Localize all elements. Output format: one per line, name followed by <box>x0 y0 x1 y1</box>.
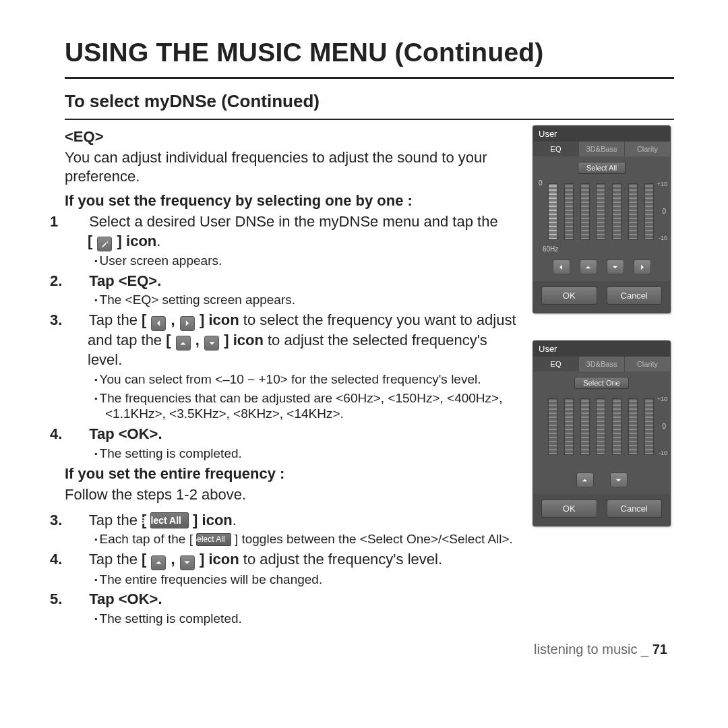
bracket: [ <box>88 233 92 249</box>
tab-eq[interactable]: EQ <box>533 357 579 371</box>
eq-scale-label: 0 <box>539 179 543 187</box>
eq-band[interactable] <box>564 398 574 455</box>
footer-text: listening to music _ <box>534 642 653 657</box>
comma: , <box>171 551 175 568</box>
bracket: [ <box>142 311 146 328</box>
device-arrow-row <box>533 255 670 281</box>
device-arrow-row <box>533 468 670 494</box>
step-a4: 4. Tap <OK>. <box>88 425 524 444</box>
ok-button[interactable]: OK <box>541 286 597 305</box>
sub-b5: The setting is completed. <box>105 611 524 627</box>
select-one-button[interactable]: Select One <box>574 377 628 389</box>
section-heading: To select myDNSe (Continued) <box>65 91 674 120</box>
sub-a4: The setting is completed. <box>105 446 524 462</box>
page-footer: listening to music _ 71 <box>65 642 674 657</box>
step-text: Tap the <box>89 512 142 528</box>
step-text: Tap the <box>89 311 142 328</box>
eq-band[interactable] <box>580 183 590 240</box>
cancel-button[interactable]: Cancel <box>607 499 663 518</box>
select-all-chip: Select All <box>196 533 231 546</box>
pencil-icon <box>97 237 112 251</box>
bracket: [ <box>166 332 171 348</box>
device-title: User <box>533 341 670 357</box>
eq-band[interactable] <box>596 183 605 240</box>
step-text: Tap <EQ>. <box>89 272 161 289</box>
step-a1: 1 Select a desired User DNSe in the myDN… <box>88 212 524 251</box>
step-b3: 3. Tap the [ Select All ] icon. <box>88 511 524 530</box>
eq-band[interactable] <box>564 183 574 240</box>
bracket: [ <box>142 551 146 568</box>
eq-band[interactable] <box>612 183 621 240</box>
step-b4: 4. Tap the [ , ] icon to adjust the freq… <box>88 550 524 570</box>
step-number: 2. <box>69 272 85 291</box>
branch-b-follow: Follow the steps 1-2 above. <box>65 485 524 504</box>
sub-b4: The entire frequencies will be changed. <box>105 572 524 588</box>
eq-band[interactable] <box>628 398 638 455</box>
sub-b3: Each tap of the [ Select All ] toggles b… <box>105 531 524 547</box>
eq-sliders[interactable]: +10 0 -10 <box>533 393 670 459</box>
sub-a3-2: The frequencies that can be adjusted are… <box>105 390 524 423</box>
step-number: 3. <box>69 311 85 330</box>
period: . <box>156 233 160 249</box>
sub-a1: User screen appears. <box>105 253 524 269</box>
eq-band[interactable] <box>596 398 605 455</box>
step-number: 3. <box>69 511 85 530</box>
eq-scale-label: +10 <box>657 181 667 187</box>
chevron-down-icon <box>180 555 195 570</box>
tab-clarity[interactable]: Clarity <box>625 142 670 156</box>
arrow-left-button[interactable] <box>553 260 570 274</box>
chevron-up-icon <box>151 555 166 570</box>
bracket: ] <box>200 551 204 568</box>
sub-a2: The <EQ> setting screen appears. <box>105 292 524 308</box>
step-text: Tap <OK>. <box>89 425 162 442</box>
step-text: to adjust the frequency's level. <box>243 551 442 568</box>
branch-a-heading: If you set the frequency by selecting on… <box>65 192 524 210</box>
select-all-button[interactable]: Select All <box>578 162 626 174</box>
arrow-down-button[interactable] <box>607 260 624 274</box>
arrow-right-button[interactable] <box>634 260 651 274</box>
tab-eq[interactable]: EQ <box>533 142 579 156</box>
bracket: ] <box>224 332 229 348</box>
comma: , <box>171 311 175 328</box>
step-number: 4. <box>69 425 85 444</box>
icon-word: icon <box>126 233 156 249</box>
chevron-down-icon <box>204 336 219 351</box>
comma: , <box>195 332 200 348</box>
chevron-left-icon <box>151 316 166 331</box>
tab-3dbass[interactable]: 3D&Bass <box>579 142 625 156</box>
step-a2: 2. Tap <EQ>. <box>88 272 524 291</box>
period: . <box>233 512 237 528</box>
icon-word: icon <box>208 311 239 328</box>
cancel-button[interactable]: Cancel <box>607 286 663 305</box>
select-all-chip: Select All <box>150 512 189 528</box>
device-tabs: EQ 3D&Bass Clarity <box>533 357 670 371</box>
eq-band[interactable] <box>612 398 621 455</box>
bracket: ] <box>117 233 122 249</box>
arrow-down-button[interactable] <box>610 473 628 487</box>
icon-word: icon <box>202 512 233 528</box>
device-screenshot-2: User EQ 3D&Bass Clarity Select One +10 0… <box>533 340 671 526</box>
bracket: ] <box>193 512 198 528</box>
step-text: Tap <OK>. <box>89 590 162 607</box>
eq-scale-label: 0 <box>662 423 666 430</box>
step-text: Select a desired User DNSe in the myDNSe… <box>89 213 498 230</box>
eq-scale-label: -10 <box>659 235 667 241</box>
eq-band[interactable] <box>628 183 638 240</box>
tab-clarity[interactable]: Clarity <box>625 357 670 371</box>
eq-sliders[interactable]: 0 +10 0 -10 <box>533 178 670 244</box>
arrow-up-button[interactable] <box>576 473 594 487</box>
device-tabs: EQ 3D&Bass Clarity <box>533 142 670 156</box>
tab-3dbass[interactable]: 3D&Bass <box>579 357 625 371</box>
eq-band[interactable] <box>580 398 590 455</box>
icon-word: icon <box>233 332 264 348</box>
eq-band[interactable] <box>644 398 654 455</box>
page-number: 71 <box>653 642 667 657</box>
device-screenshot-1: User EQ 3D&Bass Clarity Select All 0 +10… <box>533 125 671 313</box>
eq-band[interactable] <box>548 398 557 455</box>
eq-heading: <EQ> <box>65 128 524 146</box>
ok-button[interactable]: OK <box>541 499 597 518</box>
icon-word: icon <box>208 551 239 568</box>
arrow-up-button[interactable] <box>580 260 597 274</box>
eq-band[interactable] <box>644 183 654 240</box>
eq-band[interactable] <box>548 183 557 240</box>
